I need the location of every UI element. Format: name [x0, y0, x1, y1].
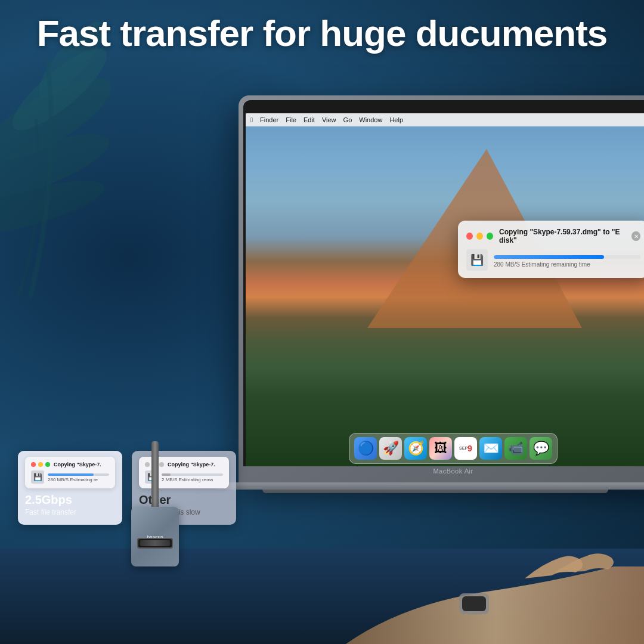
- svg-rect-6: [462, 596, 486, 611]
- adapter-port-pins: [140, 540, 170, 546]
- usb-adapter: baseus: [95, 441, 215, 608]
- dialog-titlebar: Copying "Skype-7.59.37.dmg" to "E disk" …: [466, 228, 640, 244]
- menubar:  Finder File Edit View Go Window Help: [246, 113, 644, 126]
- menubar-view[interactable]: View: [322, 116, 336, 123]
- mini-tl-green-fast: [45, 462, 50, 467]
- card-fast-title: Copying "Skype-7.: [54, 462, 101, 467]
- dialog-close[interactable]: ✕: [631, 231, 640, 241]
- menubar-window[interactable]: Window: [359, 116, 382, 123]
- traffic-light-yellow[interactable]: [476, 233, 483, 240]
- card-fast-progress-bar: [48, 473, 94, 476]
- menubar-file[interactable]: File: [286, 116, 296, 123]
- dialog-file-icon: 💾: [466, 249, 488, 271]
- dialog-info: 280 MB/S Estimating remaining time: [494, 253, 640, 268]
- dialog-title: Copying "Skype-7.59.37.dmg" to "E disk": [499, 228, 628, 244]
- mini-tl-yellow-fast: [38, 462, 43, 467]
- dialog-content: 💾 280 MB/S Estimating remaining time: [466, 249, 640, 271]
- mini-tl-red-fast: [31, 462, 36, 467]
- menubar-help[interactable]: Help: [389, 116, 403, 123]
- apple-menu[interactable]: : [250, 116, 253, 123]
- dialog-speed-text: 280 MB/S Estimating remaining time: [494, 261, 640, 268]
- adapter-cable: [151, 441, 159, 513]
- hand-area: [286, 435, 644, 644]
- traffic-light-red[interactable]: [466, 233, 473, 240]
- screen-bezel:  Finder File Edit View Go Window Help C: [243, 100, 644, 466]
- adapter-body: baseus: [131, 507, 179, 566]
- card-fast-file-icon: 💾: [31, 470, 44, 484]
- main-title: Fast transfer for huge ducuments: [0, 13, 644, 54]
- menubar-edit[interactable]: Edit: [304, 116, 315, 123]
- dialog-progress-fill: [494, 255, 604, 259]
- menubar-finder[interactable]: Finder: [260, 116, 278, 123]
- macbook-body:  Finder File Edit View Go Window Help C: [239, 95, 644, 483]
- macbook-screen:  Finder File Edit View Go Window Help C: [246, 113, 644, 466]
- adapter-ethernet-port: [137, 538, 173, 549]
- traffic-light-green[interactable]: [487, 233, 493, 240]
- menubar-go[interactable]: Go: [343, 116, 352, 123]
- dialog-progress-bar-container: [494, 255, 640, 259]
- screen-copy-dialog: Copying "Skype-7.59.37.dmg" to "E disk" …: [458, 221, 644, 278]
